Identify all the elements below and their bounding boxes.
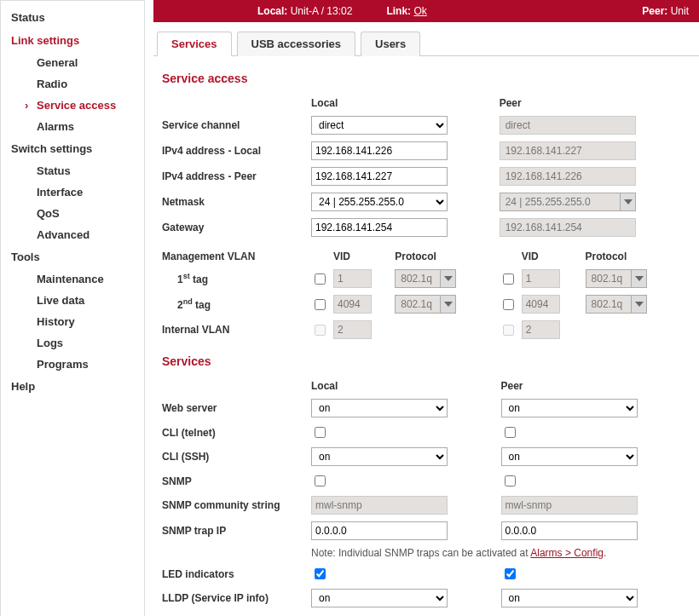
col-peer: Peer bbox=[500, 94, 690, 112]
nav-radio[interactable]: Radio bbox=[1, 73, 144, 95]
section-services: Services bbox=[162, 354, 690, 368]
nav-sw-advanced[interactable]: Advanced bbox=[1, 224, 144, 245]
lbl-cli-telnet: CLI (telnet) bbox=[162, 421, 311, 444]
lbl-tag2: 2nd tag bbox=[162, 291, 311, 317]
lbl-ipv4-local: IPv4 address - Local bbox=[162, 138, 311, 164]
peer-snmp-comm bbox=[501, 496, 638, 515]
nav-status[interactable]: Status bbox=[1, 6, 144, 29]
lbl-mgmt-vlan: Management VLAN bbox=[162, 247, 311, 266]
peer-tag2-enable[interactable] bbox=[503, 299, 514, 310]
peer-cli-ssh[interactable]: on bbox=[501, 447, 638, 466]
col-local2: Local bbox=[311, 377, 501, 395]
peer-service-channel: direct bbox=[500, 116, 636, 135]
nav-maintenance[interactable]: Maintenance bbox=[1, 268, 144, 290]
local-ipv4-peer[interactable] bbox=[311, 167, 448, 186]
tab-services[interactable]: Services bbox=[157, 32, 232, 56]
peer-tag1-enable[interactable] bbox=[503, 273, 514, 285]
peer-snmp-trap[interactable] bbox=[501, 521, 638, 540]
nav-link-settings[interactable]: Link settings bbox=[1, 29, 144, 52]
local-ipv4-local[interactable] bbox=[311, 141, 448, 160]
col-local-vid: VID bbox=[333, 247, 395, 266]
peer-tag1-vid bbox=[522, 269, 560, 288]
local-internal-vid bbox=[333, 320, 372, 339]
chevron-down-icon bbox=[620, 193, 635, 210]
col-peer-proto: Protocol bbox=[586, 247, 684, 266]
local-led[interactable] bbox=[315, 568, 326, 579]
peer-tag2-vid bbox=[522, 295, 560, 314]
nav-live-data[interactable]: Live data bbox=[1, 290, 144, 311]
main: Local: Unit-A / 13:02 Link: Ok Peer: Uni… bbox=[153, 0, 699, 616]
col-local-proto: Protocol bbox=[395, 247, 488, 266]
peer-ipv4-peer: 192.168.141.226 bbox=[500, 167, 636, 186]
lbl-internal-vlan: Internal VLAN bbox=[162, 317, 311, 343]
peer-web-server[interactable]: on bbox=[501, 399, 638, 417]
nav-help[interactable]: Help bbox=[1, 375, 144, 398]
lbl-gateway: Gateway bbox=[162, 215, 311, 240]
local-snmp[interactable] bbox=[315, 475, 326, 486]
local-netmask[interactable]: 24 | 255.255.255.0 bbox=[311, 193, 448, 211]
topbar-peer-value: Unit bbox=[671, 5, 689, 17]
lbl-snmp-comm: SNMP community string bbox=[162, 492, 311, 518]
peer-led[interactable] bbox=[505, 568, 516, 579]
col-peer-vid: VID bbox=[522, 247, 586, 266]
topbar-peer-label: Peer: bbox=[642, 5, 667, 17]
peer-netmask: 24 | 255.255.255.0 bbox=[500, 193, 620, 210]
peer-ipv4-local: 192.168.141.227 bbox=[500, 141, 636, 160]
local-cli-telnet[interactable] bbox=[315, 427, 326, 438]
lbl-web-server: Web server bbox=[162, 395, 311, 421]
nav-sw-status[interactable]: Status bbox=[1, 160, 144, 181]
nav-sw-interface[interactable]: Interface bbox=[1, 181, 144, 203]
nav-tools[interactable]: Tools bbox=[1, 245, 144, 268]
nav-logs[interactable]: Logs bbox=[1, 332, 144, 354]
peer-cli-telnet[interactable] bbox=[505, 427, 516, 438]
peer-gateway: 192.168.141.254 bbox=[500, 218, 636, 237]
local-snmp-trap[interactable] bbox=[311, 521, 448, 540]
nav-sw-qos[interactable]: QoS bbox=[1, 203, 144, 224]
peer-internal-vid bbox=[522, 320, 560, 339]
section-service-access: Service access bbox=[162, 72, 690, 85]
chevron-down-icon bbox=[440, 296, 455, 313]
lbl-ipv4-peer: IPv4 address - Peer bbox=[162, 164, 311, 189]
nav-programs[interactable]: Programs bbox=[1, 354, 144, 375]
lbl-led: LED indicators bbox=[162, 562, 311, 585]
lbl-lldp: LLDP (Service IP info) bbox=[162, 585, 311, 611]
local-tag2-vid[interactable] bbox=[333, 295, 372, 314]
nav-switch-settings[interactable]: Switch settings bbox=[1, 137, 144, 160]
nav-history[interactable]: History bbox=[1, 311, 144, 332]
lbl-service-channel: Service channel bbox=[162, 112, 311, 138]
peer-lldp[interactable]: on bbox=[501, 589, 638, 607]
topbar: Local: Unit-A / 13:02 Link: Ok Peer: Uni… bbox=[153, 0, 699, 22]
sidebar: Status Link settings General Radio Servi… bbox=[0, 0, 145, 616]
nav-general[interactable]: General bbox=[1, 52, 144, 73]
local-service-channel[interactable]: direct bbox=[311, 116, 448, 135]
nav-service-access[interactable]: Service access bbox=[1, 95, 144, 116]
lbl-snmp-trap: SNMP trap IP bbox=[162, 518, 311, 544]
local-cli-ssh[interactable]: on bbox=[311, 447, 448, 466]
chevron-down-icon bbox=[631, 296, 646, 313]
tab-users[interactable]: Users bbox=[361, 32, 420, 56]
local-tag1-vid[interactable] bbox=[333, 269, 372, 288]
lbl-netmask: Netmask bbox=[162, 189, 311, 215]
lbl-cli-ssh: CLI (SSH) bbox=[162, 444, 311, 469]
chevron-down-icon bbox=[440, 270, 455, 287]
col-peer2: Peer bbox=[501, 377, 691, 395]
local-snmp-comm bbox=[311, 496, 448, 515]
peer-internal-enable bbox=[503, 325, 514, 336]
alarms-config-link[interactable]: Alarms > Config bbox=[530, 547, 604, 559]
nav-alarms[interactable]: Alarms bbox=[1, 116, 144, 137]
local-tag1-proto: 802.1q bbox=[396, 270, 440, 287]
local-lldp[interactable]: on bbox=[311, 589, 448, 607]
local-internal-enable bbox=[315, 325, 326, 336]
local-web-server[interactable]: on bbox=[311, 399, 448, 417]
topbar-link-label: Link: bbox=[386, 5, 411, 17]
snmp-note: Note: Individual SNMP traps can be activ… bbox=[311, 544, 690, 562]
tab-usb[interactable]: USB accessories bbox=[237, 32, 356, 56]
lbl-snmp: SNMP bbox=[162, 469, 311, 492]
local-tag1-enable[interactable] bbox=[315, 273, 326, 285]
topbar-link-value[interactable]: Ok bbox=[413, 5, 426, 17]
topbar-local-value: Unit-A / 13:02 bbox=[291, 5, 353, 17]
topbar-local-label: Local: bbox=[257, 5, 287, 17]
peer-snmp[interactable] bbox=[505, 475, 516, 486]
local-tag2-enable[interactable] bbox=[315, 299, 326, 310]
local-gateway[interactable] bbox=[311, 218, 448, 237]
